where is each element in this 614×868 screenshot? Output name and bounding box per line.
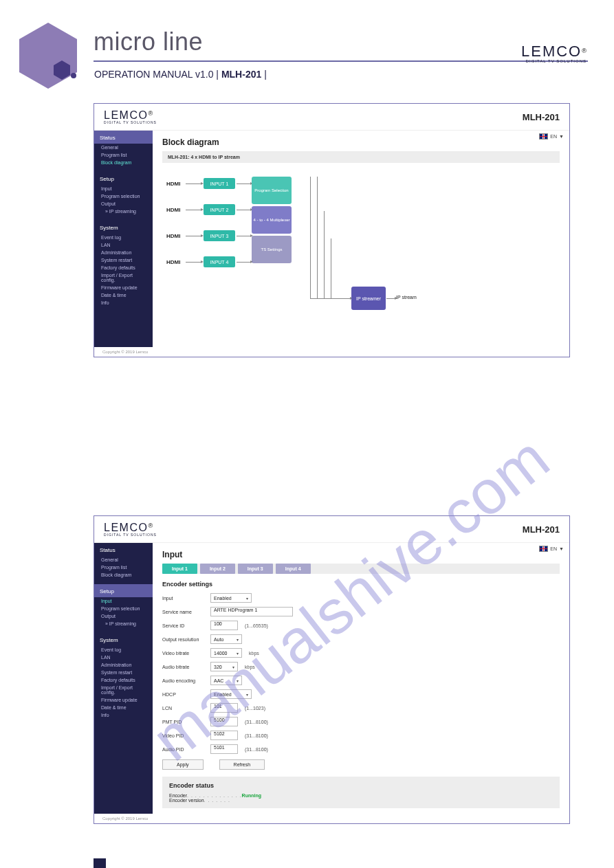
apply-button[interactable]: Apply — [162, 759, 204, 770]
row-video-pid: Video PID 5102 (31...8100) — [162, 731, 560, 740]
sidebar-item-lan[interactable]: LAN — [94, 654, 153, 661]
diagram-input-3[interactable]: INPUT 3 — [204, 230, 235, 241]
sidebar-item-program-list[interactable]: Program list — [94, 564, 153, 571]
sidebar-section-system[interactable]: System — [94, 221, 153, 234]
svg-point-3 — [71, 73, 76, 78]
sidebar-item-input[interactable]: Input — [94, 597, 153, 605]
app-header: LEMCO® DIGITAL TV SOLUTIONS MLH-201 — [94, 104, 569, 131]
sidebar-item-administration[interactable]: Administration — [94, 661, 153, 669]
sidebar-section-status[interactable]: Status — [94, 131, 153, 144]
sidebar-item-administration[interactable]: Administration — [94, 249, 153, 256]
arrow-icon — [386, 298, 395, 299]
select-input-enabled[interactable]: Enabled — [210, 593, 252, 603]
sidebar-section-system[interactable]: System — [94, 633, 153, 646]
diagram-program-selection[interactable]: Program Selection — [252, 177, 292, 204]
sidebar-item-firmware-update[interactable]: Firmware update — [94, 696, 153, 704]
arrow-icon — [237, 183, 250, 184]
sidebar-item-ip-streaming[interactable]: » IP streaming — [94, 208, 153, 215]
input-video-bitrate[interactable]: 14000 — [210, 648, 242, 658]
sidebar-item-system-restart[interactable]: System restart — [94, 669, 153, 676]
row-audio-encoding: Audio encoding AAC — [162, 676, 560, 685]
arrow-icon — [186, 210, 201, 210]
sidebar-item-date-time[interactable]: Date & time — [94, 291, 153, 299]
sidebar-item-event-log[interactable]: Event log — [94, 234, 153, 241]
hdmi-label-3: HDMI — [166, 233, 180, 239]
tab-input-4[interactable]: Input 4 — [276, 564, 311, 574]
encoder-status-box: Encoder status Encoder. . . . . . . . . … — [162, 777, 560, 808]
sidebar-item-info[interactable]: Info — [94, 299, 153, 307]
input-audio-bitrate[interactable]: 320 — [210, 662, 238, 671]
refresh-button[interactable]: Refresh — [219, 759, 265, 770]
language-selector[interactable]: EN ▼ — [539, 133, 564, 140]
sidebar-item-input[interactable]: Input — [94, 185, 153, 192]
row-input: Input Enabled — [162, 593, 560, 603]
tab-input-3[interactable]: Input 3 — [238, 564, 273, 574]
diagram-input-1[interactable]: INPUT 1 — [204, 178, 235, 189]
sidebar-item-date-time[interactable]: Date & time — [94, 704, 153, 711]
app-header: LEMCO® DIGITAL TV SOLUTIONS MLH-201 — [94, 516, 569, 543]
sidebar: Status General Program list Block diagra… — [94, 131, 153, 347]
input-lcn[interactable]: 101 — [210, 703, 238, 713]
diagram-input-4[interactable]: INPUT 4 — [204, 256, 235, 267]
sidebar-item-ip-streaming[interactable]: » IP streaming — [94, 620, 153, 627]
sidebar-item-block-diagram[interactable]: Block diagram — [94, 571, 153, 579]
input-audio-pid[interactable]: 5101 — [210, 744, 238, 754]
tab-input-1[interactable]: Input 1 — [162, 564, 197, 574]
select-audio-encoding[interactable]: AAC — [210, 676, 242, 685]
sidebar-item-block-diagram[interactable]: Block diagram — [94, 159, 153, 166]
diagram-ip-streamer[interactable]: IP streamer — [351, 287, 386, 310]
sidebar-item-event-log[interactable]: Event log — [94, 646, 153, 654]
select-hdcp[interactable]: Enabled — [210, 689, 252, 699]
sidebar-item-general[interactable]: General — [94, 144, 153, 151]
app-logo: LEMCO® DIGITAL TV SOLUTIONS — [104, 522, 157, 537]
sidebar-item-factory-defaults[interactable]: Factory defaults — [94, 264, 153, 271]
hex-logo-icon — [14, 19, 83, 96]
sidebar-item-system-restart[interactable]: System restart — [94, 256, 153, 264]
arrow-icon — [186, 262, 201, 263]
line-icon — [331, 238, 331, 298]
sidebar-section-status[interactable]: Status — [94, 543, 153, 556]
row-output-resolution: Output resolution Auto — [162, 634, 560, 644]
encoder-version-line: Encoder version. . . . . . . — [169, 798, 553, 803]
sidebar-section-setup[interactable]: Setup — [94, 584, 153, 597]
tab-input-2[interactable]: Input 2 — [200, 564, 235, 574]
input-service-id[interactable]: 100 — [210, 621, 238, 630]
sidebar: Status General Program list Block diagra… — [94, 543, 153, 814]
sidebar-item-output[interactable]: Output — [94, 200, 153, 208]
select-output-resolution[interactable]: Auto — [210, 634, 242, 644]
page-title: Input — [162, 550, 560, 559]
arrow-icon — [237, 262, 250, 263]
input-service-name[interactable]: ARTE HDProgram 1 — [210, 607, 293, 616]
copyright: Copyright © 2019 Lemco — [94, 347, 569, 357]
input-video-pid[interactable]: 5102 — [210, 731, 238, 740]
model-label: MLH-201 — [523, 112, 560, 122]
diagram-multiplexer[interactable]: 4 - to - 4 Multiplexer — [252, 206, 292, 234]
sidebar-item-import-export[interactable]: Import / Export config. — [94, 271, 153, 284]
language-selector[interactable]: EN ▼ — [539, 546, 564, 552]
page-footer-block — [94, 858, 106, 868]
sidebar-item-info[interactable]: Info — [94, 711, 153, 719]
row-service-id: Service ID 100 (1...65535) — [162, 621, 560, 630]
arrow-icon — [310, 298, 350, 299]
sidebar-item-program-selection[interactable]: Program selection — [94, 192, 153, 200]
row-lcn: LCN 101 (1...1023) — [162, 703, 560, 713]
diagram-ts-settings[interactable]: TS Settings — [252, 236, 292, 263]
sidebar-item-firmware-update[interactable]: Firmware update — [94, 284, 153, 291]
row-video-bitrate: Video bitrate 14000 kbps — [162, 648, 560, 658]
flag-uk-icon — [539, 133, 548, 140]
sidebar-item-import-export[interactable]: Import / Export config. — [94, 684, 153, 696]
arrow-icon — [186, 236, 201, 236]
sidebar-item-lan[interactable]: LAN — [94, 241, 153, 249]
diagram-input-2[interactable]: INPUT 2 — [204, 204, 235, 215]
sidebar-section-setup[interactable]: Setup — [94, 172, 153, 185]
sidebar-item-output[interactable]: Output — [94, 612, 153, 620]
arrow-icon — [186, 183, 201, 184]
page-title: Block diagram — [162, 137, 560, 147]
sidebar-item-general[interactable]: General — [94, 556, 153, 564]
input-pmt-pid[interactable]: 5100 — [210, 717, 238, 726]
screenshot-input: LEMCO® DIGITAL TV SOLUTIONS MLH-201 Stat… — [94, 515, 570, 824]
sidebar-item-program-list[interactable]: Program list — [94, 151, 153, 159]
sidebar-item-program-selection[interactable]: Program selection — [94, 605, 153, 612]
sidebar-item-factory-defaults[interactable]: Factory defaults — [94, 676, 153, 684]
svg-marker-1 — [19, 23, 77, 89]
